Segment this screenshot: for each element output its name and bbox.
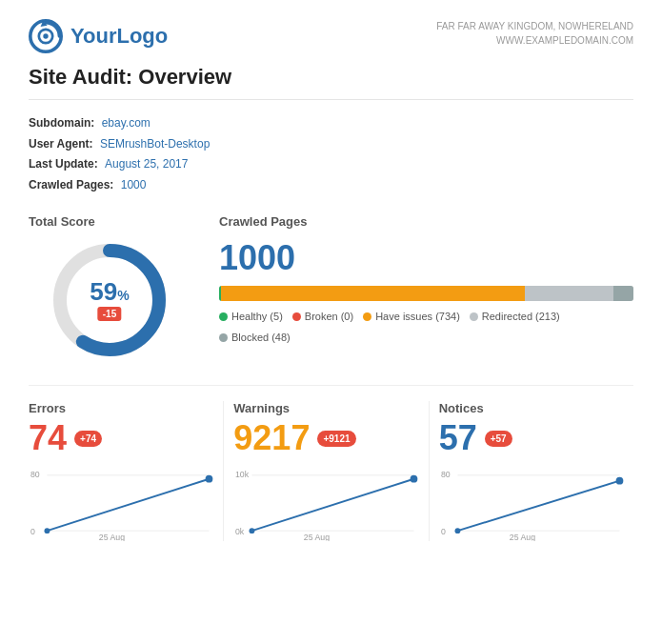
crawled-pages-meta-value: 1000 xyxy=(121,178,147,191)
warnings-badge: +9121 xyxy=(317,431,355,447)
user-agent-value: SEMrushBot-Desktop xyxy=(100,137,210,151)
legend-issues: Have issues (734) xyxy=(363,311,460,322)
legend-dot-healthy xyxy=(219,312,228,321)
legend-label-redirected: Redirected (213) xyxy=(482,311,560,322)
crawled-pages-label: Crawled Pages: xyxy=(29,178,113,191)
metrics-row: Errors 74 +74 80 0 xyxy=(29,385,633,541)
svg-text:25 Aug: 25 Aug xyxy=(510,533,535,541)
errors-chart: 80 0 25 Aug xyxy=(29,465,213,541)
legend-dot-redirected xyxy=(470,312,478,321)
legend-label-healthy: Healthy (5) xyxy=(231,311,283,322)
crawled-number: 1000 xyxy=(219,238,633,278)
seg-redirected xyxy=(525,286,613,301)
notices-value: 57 xyxy=(439,421,477,455)
progress-bar xyxy=(219,286,633,301)
legend-dot-broken xyxy=(292,312,301,321)
svg-point-17 xyxy=(250,529,255,534)
donut-center: 59 % -15 xyxy=(90,279,129,321)
errors-value: 74 xyxy=(29,421,67,455)
svg-point-11 xyxy=(206,475,213,483)
charts-top: Total Score 59 % -15 xyxy=(29,214,633,362)
crawled-pages-section: Crawled Pages 1000 Healthy (5) B xyxy=(219,214,633,343)
warnings-block: Warnings 9217 +9121 10k 0k 25 Aug xyxy=(233,401,429,541)
errors-title: Errors xyxy=(29,401,213,415)
donut-percent: 59 xyxy=(90,279,117,304)
logo-area: YourLogo xyxy=(29,19,168,53)
legend-dot-blocked xyxy=(219,333,228,342)
logo-text: YourLogo xyxy=(70,24,168,49)
notices-value-row: 57 +57 xyxy=(439,421,624,455)
notices-chart: 80 0 25 Aug xyxy=(439,465,624,541)
notices-block: Notices 57 +57 80 0 25 Aug xyxy=(439,401,633,541)
errors-block: Errors 74 +74 80 0 xyxy=(29,401,224,541)
page-wrapper: YourLogo FAR FAR AWAY KINGDOM, NOWHERELA… xyxy=(0,0,662,644)
legend-label-broken: Broken (0) xyxy=(305,311,353,322)
warnings-value-row: 9217 +9121 xyxy=(233,421,418,455)
errors-badge: +74 xyxy=(74,431,102,447)
crawled-pages-chart-title: Crawled Pages xyxy=(219,214,633,229)
svg-point-24 xyxy=(454,529,460,534)
donut-pct-sign: % xyxy=(117,288,129,303)
legend-healthy: Healthy (5) xyxy=(219,311,283,322)
svg-text:10k: 10k xyxy=(235,470,250,479)
legend-redirected: Redirected (213) xyxy=(470,311,560,322)
meta-section: Subdomain: ebay.com User Agent: SEMrushB… xyxy=(29,113,633,195)
notices-title: Notices xyxy=(439,401,624,415)
svg-text:0: 0 xyxy=(30,527,35,536)
subdomain-value: ebay.com xyxy=(102,116,150,130)
svg-text:80: 80 xyxy=(30,470,40,479)
legend-row: Healthy (5) Broken (0) Have issues (734)… xyxy=(219,311,633,343)
company-line2: WWW.EXAMPLEDOMAIN.COM xyxy=(436,33,633,48)
notices-chart-svg: 80 0 25 Aug xyxy=(439,465,624,541)
company-line1: FAR FAR AWAY KINGDOM, NOWHERELAND xyxy=(436,19,633,33)
warnings-chart-svg: 10k 0k 25 Aug xyxy=(233,465,418,541)
last-update-label: Last Update: xyxy=(29,157,98,171)
warnings-value: 9217 xyxy=(233,421,310,455)
donut-container: 59 % -15 xyxy=(48,238,171,362)
user-agent-label: User Agent: xyxy=(29,137,93,151)
warnings-chart: 10k 0k 25 Aug xyxy=(233,465,418,541)
donut-badge: -15 xyxy=(98,307,121,321)
svg-point-10 xyxy=(45,529,50,534)
svg-point-25 xyxy=(615,477,623,485)
errors-chart-svg: 80 0 25 Aug xyxy=(29,465,213,541)
svg-text:80: 80 xyxy=(441,470,451,479)
subdomain-label: Subdomain: xyxy=(29,116,94,130)
logo-icon xyxy=(29,19,63,53)
company-info: FAR FAR AWAY KINGDOM, NOWHERELAND WWW.EX… xyxy=(436,19,633,48)
svg-text:0: 0 xyxy=(441,527,446,536)
legend-label-blocked: Blocked (48) xyxy=(231,332,291,343)
page-title: Site Audit: Overview xyxy=(29,65,633,100)
legend-blocked: Blocked (48) xyxy=(219,332,291,343)
svg-text:0k: 0k xyxy=(235,527,245,536)
errors-value-row: 74 +74 xyxy=(29,421,213,455)
legend-label-issues: Have issues (734) xyxy=(375,311,460,322)
header: YourLogo FAR FAR AWAY KINGDOM, NOWHERELA… xyxy=(29,19,633,53)
legend-dot-issues xyxy=(363,312,371,321)
notices-badge: +57 xyxy=(485,431,512,447)
svg-text:25 Aug: 25 Aug xyxy=(304,533,330,541)
total-score-title: Total Score xyxy=(29,214,191,229)
svg-text:25 Aug: 25 Aug xyxy=(99,533,125,541)
total-score-section: Total Score 59 % -15 xyxy=(29,214,191,362)
last-update-value: August 25, 2017 xyxy=(105,157,188,171)
legend-broken: Broken (0) xyxy=(292,311,353,322)
svg-point-2 xyxy=(43,33,48,38)
seg-issues xyxy=(221,286,525,301)
warnings-title: Warnings xyxy=(233,401,418,415)
seg-blocked xyxy=(613,286,633,301)
svg-point-18 xyxy=(411,475,418,483)
